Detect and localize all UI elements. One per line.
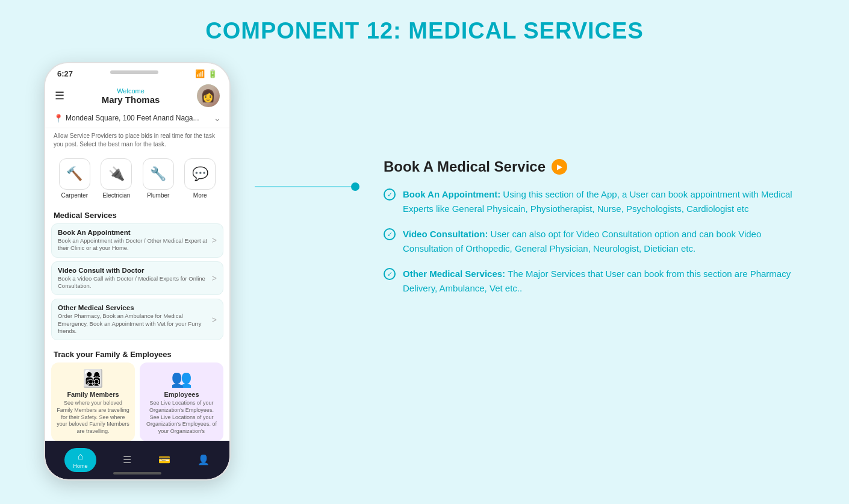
track-section-title: Track your Family & Employees — [45, 345, 229, 362]
service-item-electrician[interactable]: 🔌 Electrician — [101, 158, 132, 199]
other-medical-desc: Order Pharmacy, Book an Ambulance for Me… — [58, 313, 212, 335]
service-item-plumber[interactable]: 🔧 Plumber — [143, 158, 174, 199]
nav-home[interactable]: ⌂ Home — [64, 448, 96, 472]
other-card-text: Other Medical Services Order Pharmacy, B… — [58, 304, 212, 335]
service-icons-row: 🔨 Carpenter 🔌 Electrician 🔧 Plumber 💬 Mo… — [45, 154, 229, 206]
chevron-down-icon: ⌄ — [214, 113, 221, 123]
family-title: Family Members — [67, 391, 119, 398]
avatar[interactable]: 👩 — [197, 84, 220, 107]
page-title: COMPONENT 12: MEDICAL SERVICES — [205, 18, 644, 44]
panel-heading: Book A Medical Service ▶ — [384, 158, 805, 175]
status-icons: 📶 🔋 — [195, 69, 217, 78]
wifi-icon: 📶 — [195, 69, 205, 78]
more-icon: 💬 — [184, 158, 216, 190]
bullet-item-video: ✓ Video Consultation: User can also opt … — [384, 227, 805, 256]
welcome-block: Welcome Mary Thomas — [102, 87, 160, 105]
bullet-list: ✓ Book An Appointment: Using this sectio… — [384, 187, 805, 296]
appointment-desc: Book an Appointment with Doctor / Other … — [58, 237, 212, 252]
electrician-label: Electrician — [102, 192, 130, 199]
bullet-text-other: Other Medical Services: The Major Servic… — [403, 267, 805, 296]
appointment-title: Book An Appointment — [58, 229, 212, 236]
appointment-bullet-label: Book An Appointment: — [403, 189, 500, 199]
video-card-text: Video Consult with Doctor Book a Video C… — [58, 267, 212, 290]
play-icon[interactable]: ▶ — [552, 159, 567, 175]
appointment-arrow-icon: > — [212, 235, 217, 245]
check-icon-appointment: ✓ — [384, 188, 396, 201]
video-arrow-icon: > — [212, 273, 217, 283]
appointment-card[interactable]: Book An Appointment Book an Appointment … — [51, 223, 223, 258]
connector-line — [255, 186, 351, 187]
connector — [255, 182, 359, 191]
user-name: Mary Thomas — [102, 95, 160, 105]
carpenter-label: Carpenter — [61, 192, 88, 199]
plumber-icon: 🔧 — [143, 158, 174, 190]
phone-time: 6:27 — [57, 69, 73, 78]
location-text: Mondeal Square, 100 Feet Anand Naga... — [66, 114, 214, 122]
other-medical-card[interactable]: Other Medical Services Order Pharmacy, B… — [51, 299, 223, 340]
nav-wallet[interactable]: 💳 — [158, 454, 170, 465]
family-desc: See where your beloved Family Members ar… — [56, 400, 130, 435]
connector-dot — [351, 182, 359, 191]
home-icon: ⌂ — [78, 451, 84, 462]
check-icon-video: ✓ — [384, 228, 396, 240]
family-card[interactable]: 👨‍👩‍👧‍👦 Family Members See where your be… — [51, 362, 135, 441]
video-consult-desc: Book a Video Call with Doctor / Medical … — [58, 275, 212, 290]
location-bar[interactable]: 📍 Mondeal Square, 100 Feet Anand Naga...… — [45, 111, 229, 128]
medical-section-title: Medical Services — [45, 206, 229, 223]
bullet-item-appointment: ✓ Book An Appointment: Using this sectio… — [384, 187, 805, 216]
employees-icon: 👥 — [171, 369, 192, 388]
welcome-label: Welcome — [102, 87, 160, 95]
nav-list[interactable]: ☰ — [123, 454, 131, 465]
right-panel: Book A Medical Service ▶ ✓ Book An Appoi… — [384, 62, 805, 296]
bullet-text-appointment: Book An Appointment: Using this section … — [403, 187, 805, 216]
employees-title: Employees — [164, 391, 199, 398]
battery-icon: 🔋 — [208, 69, 217, 78]
employees-desc: See Live Locations of your Organization'… — [145, 400, 219, 435]
video-consult-title: Video Consult with Doctor — [58, 267, 212, 274]
list-icon: ☰ — [123, 454, 131, 465]
wallet-icon: 💳 — [158, 454, 170, 465]
avatar-image: 👩 — [197, 84, 220, 107]
profile-icon: 👤 — [197, 454, 210, 465]
bullet-item-other: ✓ Other Medical Services: The Major Serv… — [384, 267, 805, 296]
video-bullet-label: Video Consultation: — [403, 229, 488, 239]
medical-service-list: Book An Appointment Book an Appointment … — [45, 223, 229, 340]
video-consult-card[interactable]: Video Consult with Doctor Book a Video C… — [51, 261, 223, 296]
bullet-text-video: Video Consultation: User can also opt fo… — [403, 227, 805, 256]
home-label: Home — [73, 463, 87, 469]
phone-mockup: 6:27 📶 🔋 ☰ Welcome Mary Thomas 👩 📍 Monde… — [44, 62, 231, 481]
plumber-label: Plumber — [147, 192, 169, 199]
phone-header: ☰ Welcome Mary Thomas 👩 — [45, 81, 229, 111]
main-content: 6:27 📶 🔋 ☰ Welcome Mary Thomas 👩 📍 Monde… — [24, 62, 825, 481]
menu-icon[interactable]: ☰ — [55, 89, 64, 102]
other-medical-title: Other Medical Services — [58, 304, 212, 311]
bottom-nav-bar: ⌂ Home ☰ 💳 👤 — [45, 441, 229, 479]
electrician-icon: 🔌 — [101, 158, 132, 190]
track-cards-row: 👨‍👩‍👧‍👦 Family Members See where your be… — [45, 362, 229, 446]
other-arrow-icon: > — [212, 315, 217, 325]
panel-heading-text: Book A Medical Service — [384, 158, 546, 175]
carpenter-icon: 🔨 — [59, 158, 90, 190]
check-icon-other: ✓ — [384, 268, 396, 280]
service-item-more[interactable]: 💬 More — [184, 158, 216, 199]
home-indicator — [113, 472, 161, 474]
service-item-carpenter[interactable]: 🔨 Carpenter — [59, 158, 90, 199]
employees-card[interactable]: 👥 Employees See Live Locations of your O… — [140, 362, 223, 441]
appointment-card-text: Book An Appointment Book an Appointment … — [58, 229, 212, 252]
more-label: More — [193, 192, 207, 199]
family-icon: 👨‍👩‍👧‍👦 — [82, 369, 104, 388]
location-icon: 📍 — [54, 114, 63, 123]
service-description: Allow Service Providers to place bids in… — [45, 128, 229, 154]
other-bullet-label: Other Medical Services: — [403, 269, 505, 279]
nav-profile[interactable]: 👤 — [197, 454, 210, 465]
phone-status-bar: 6:27 📶 🔋 — [45, 63, 229, 81]
phone-notch — [110, 70, 158, 74]
